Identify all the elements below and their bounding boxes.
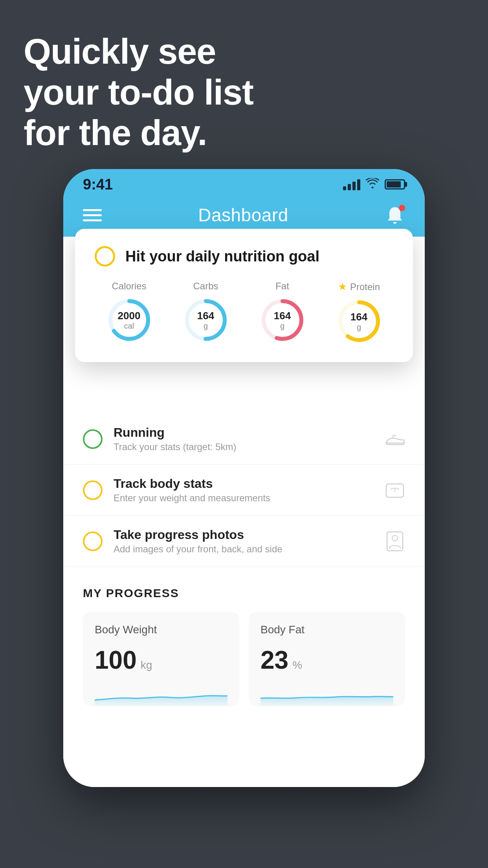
progress-cards: Body Weight 100 kg	[83, 612, 405, 706]
body-fat-value: 23	[261, 645, 288, 675]
calories-unit: cal	[118, 321, 141, 330]
battery-icon	[385, 179, 405, 189]
running-text: Running Track your stats (target: 5km)	[114, 425, 374, 452]
nutrition-card: Hit your daily nutrition goal Calories 2…	[75, 229, 413, 362]
progress-section: MY PROGRESS Body Weight 100 kg	[63, 567, 425, 706]
photos-title: Take progress photos	[114, 528, 374, 542]
photos-text: Take progress photos Add images of your …	[114, 528, 374, 555]
nutrition-card-title: Hit your daily nutrition goal	[125, 248, 319, 265]
nutrition-check-circle[interactable]	[95, 246, 115, 267]
body-stats-text: Track body stats Enter your weight and m…	[114, 476, 374, 504]
protein-value: 164	[350, 311, 367, 323]
progress-header: MY PROGRESS	[83, 587, 405, 600]
calories-label: Calories	[112, 281, 146, 292]
headline-line2: your to-do list	[24, 72, 253, 113]
status-time: 9:41	[83, 176, 113, 193]
fat-donut: 164 g	[259, 296, 306, 344]
carbs-unit: g	[197, 321, 214, 330]
running-subtitle: Track your stats (target: 5km)	[114, 441, 374, 452]
headline: Quickly see your to-do list for the day.	[24, 31, 253, 154]
body-stats-check-circle	[83, 480, 103, 500]
svg-point-11	[392, 535, 398, 541]
phone-body: THINGS TO DO TODAY Hit your daily nutrit…	[63, 237, 425, 787]
nav-title: Dashboard	[198, 204, 288, 226]
scale-icon	[385, 480, 405, 500]
body-weight-value: 100	[95, 645, 137, 675]
body-weight-title: Body Weight	[95, 623, 227, 636]
calories-donut: 2000 cal	[106, 296, 153, 344]
todo-item-running[interactable]: Running Track your stats (target: 5km)	[63, 414, 425, 465]
photos-subtitle: Add images of your front, back, and side	[114, 544, 374, 555]
running-check-circle	[83, 429, 103, 449]
headline-line1: Quickly see	[24, 31, 253, 72]
notification-dot	[399, 205, 405, 211]
body-weight-unit: kg	[141, 659, 152, 671]
body-fat-unit: %	[292, 659, 302, 671]
protein-star-icon: ★	[338, 281, 347, 293]
photos-check-circle	[83, 531, 103, 551]
nutrition-fat: Fat 164 g	[248, 281, 317, 345]
body-stats-title: Track body stats	[114, 476, 374, 491]
calories-value: 2000	[118, 310, 141, 322]
wifi-icon	[366, 178, 379, 191]
body-stats-subtitle: Enter your weight and measurements	[114, 493, 374, 504]
protein-unit: g	[350, 322, 367, 331]
carbs-value: 164	[197, 310, 214, 322]
body-weight-chart	[95, 682, 227, 706]
todo-item-body-stats[interactable]: Track body stats Enter your weight and m…	[63, 465, 425, 516]
nutrition-protein: ★ Protein 164 g	[325, 281, 393, 345]
body-fat-chart	[261, 682, 393, 706]
todo-list: Running Track your stats (target: 5km) T…	[63, 414, 425, 567]
hamburger-menu[interactable]	[83, 209, 102, 221]
carbs-label: Carbs	[193, 281, 218, 292]
body-fat-title: Body Fat	[261, 623, 393, 636]
status-icons	[343, 178, 405, 191]
fat-unit: g	[274, 321, 291, 330]
notification-bell-icon[interactable]	[385, 205, 405, 225]
nutrition-calories: Calories 2000 cal	[95, 281, 163, 345]
signal-icon	[343, 178, 360, 190]
nutrition-row: Calories 2000 cal Carbs	[95, 281, 393, 345]
headline-line3: for the day.	[24, 113, 253, 154]
running-title: Running	[114, 425, 374, 440]
nutrition-carbs: Carbs 164 g	[171, 281, 240, 345]
fat-label: Fat	[275, 281, 289, 292]
protein-label: Protein	[350, 281, 380, 292]
body-fat-card: Body Fat 23 %	[249, 612, 405, 706]
carbs-donut: 164 g	[182, 296, 229, 344]
phone-mockup: 9:41	[63, 169, 425, 787]
protein-donut: 164 g	[336, 298, 383, 345]
status-bar: 9:41	[63, 169, 425, 197]
todo-item-photos[interactable]: Take progress photos Add images of your …	[63, 516, 425, 567]
body-weight-card: Body Weight 100 kg	[83, 612, 239, 706]
fat-value: 164	[274, 310, 291, 322]
shoe-icon	[385, 429, 405, 449]
person-icon	[385, 531, 405, 552]
